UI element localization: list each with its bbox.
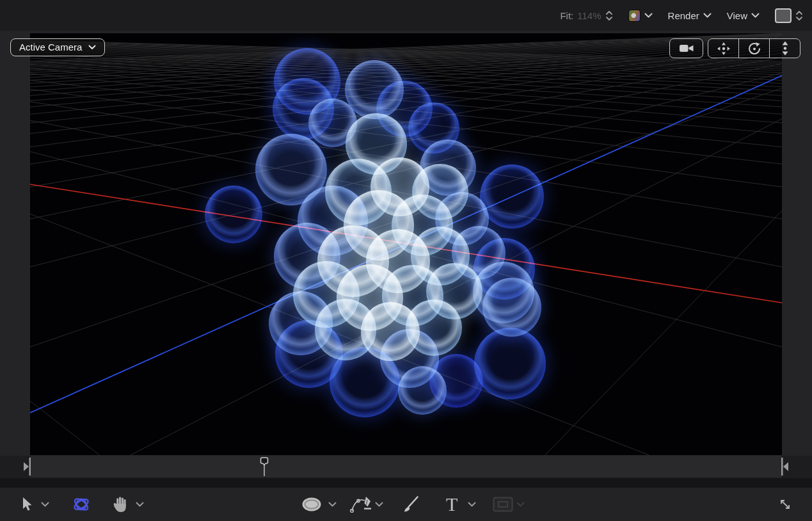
diagonal-resize-icon bbox=[777, 496, 793, 513]
shape-tool-menu[interactable] bbox=[328, 488, 337, 521]
chevron-down-icon bbox=[41, 502, 49, 507]
zoom-value: 114% bbox=[577, 10, 601, 21]
text-tool-menu[interactable] bbox=[468, 488, 476, 521]
chevron-down-icon bbox=[328, 502, 337, 507]
window-layout-icon bbox=[775, 8, 792, 23]
scrubber-track[interactable] bbox=[30, 456, 782, 477]
playhead[interactable] bbox=[260, 457, 269, 479]
hand-icon bbox=[113, 496, 128, 513]
chevron-down-icon bbox=[468, 502, 476, 507]
camera-move-tools bbox=[708, 38, 800, 58]
dolly-icon bbox=[781, 41, 790, 56]
timeline-scrubber bbox=[0, 456, 812, 479]
camera-overlay-button[interactable] bbox=[669, 38, 703, 58]
layout-stepper-icon[interactable] bbox=[795, 10, 803, 21]
tool-palette: T bbox=[0, 488, 812, 521]
pan-icon bbox=[717, 42, 731, 56]
dolly-view-button[interactable] bbox=[769, 39, 800, 58]
ellipse-shape-icon bbox=[301, 496, 322, 513]
pen-bezier-icon bbox=[349, 495, 372, 514]
chevron-down-icon bbox=[516, 502, 525, 507]
pan-view-button[interactable] bbox=[708, 39, 738, 58]
chevron-down-icon bbox=[375, 502, 383, 507]
zoom-level-control[interactable]: Fit: 114% bbox=[560, 10, 612, 21]
zoom-stepper-icon[interactable] bbox=[605, 10, 613, 21]
camera-menu-label: Active Camera bbox=[19, 42, 82, 52]
chevron-down-icon bbox=[136, 502, 144, 507]
resize-handle[interactable] bbox=[777, 488, 793, 521]
paint-tool-button[interactable] bbox=[401, 488, 420, 521]
sphere-object[interactable] bbox=[398, 366, 447, 415]
motion-canvas-window: Fit: 114% Render View bbox=[0, 0, 812, 521]
fit-label: Fit: bbox=[560, 10, 573, 21]
3d-transform-tool-button[interactable] bbox=[72, 488, 91, 521]
view-menu[interactable]: View bbox=[727, 10, 760, 21]
sphere-object[interactable] bbox=[480, 164, 544, 228]
play-range-out-marker[interactable] bbox=[781, 458, 789, 478]
dropzone-tool-button bbox=[493, 488, 513, 521]
chevron-down-icon bbox=[751, 13, 760, 18]
dropzone-icon bbox=[493, 497, 513, 512]
pan-hand-tool-menu[interactable] bbox=[136, 488, 144, 521]
channels-menu[interactable] bbox=[628, 10, 653, 22]
canvas-toolbar: Fit: 114% Render View bbox=[0, 0, 812, 31]
select-tool-menu[interactable] bbox=[41, 488, 49, 521]
orbit-icon bbox=[747, 42, 761, 56]
3d-transform-icon bbox=[72, 495, 91, 514]
timeline-divider bbox=[0, 478, 812, 488]
dropzone-tool-menu bbox=[516, 488, 525, 521]
sphere-object[interactable] bbox=[205, 186, 262, 243]
camera-select-menu[interactable]: Active Camera bbox=[10, 38, 105, 56]
bezier-tool-button[interactable] bbox=[349, 488, 372, 521]
sphere-object[interactable] bbox=[474, 328, 546, 399]
sphere-emitter-objects bbox=[30, 33, 782, 455]
render-menu-label: Render bbox=[668, 10, 699, 21]
shape-tool-button[interactable] bbox=[301, 488, 322, 521]
play-range-in-marker[interactable] bbox=[23, 458, 31, 478]
chevron-down-icon bbox=[703, 13, 712, 18]
select-tool-button[interactable] bbox=[20, 488, 34, 521]
pan-hand-tool-button[interactable] bbox=[113, 488, 128, 521]
video-camera-icon bbox=[679, 44, 694, 53]
view-menu-label: View bbox=[727, 10, 747, 21]
viewer-area: Active Camera bbox=[0, 31, 812, 456]
3d-canvas[interactable] bbox=[30, 33, 782, 455]
text-tool-button[interactable]: T bbox=[446, 488, 458, 521]
text-tool-glyph: T bbox=[446, 495, 458, 514]
bezier-tool-menu[interactable] bbox=[375, 488, 383, 521]
paintbrush-icon bbox=[401, 495, 420, 514]
color-channel-well-icon bbox=[628, 10, 641, 22]
render-menu[interactable]: Render bbox=[668, 10, 712, 21]
orbit-view-button[interactable] bbox=[738, 39, 769, 58]
cursor-arrow-icon bbox=[20, 497, 34, 512]
window-layout-control[interactable] bbox=[775, 8, 803, 23]
chevron-down-icon bbox=[88, 45, 96, 50]
chevron-down-icon bbox=[644, 13, 653, 18]
